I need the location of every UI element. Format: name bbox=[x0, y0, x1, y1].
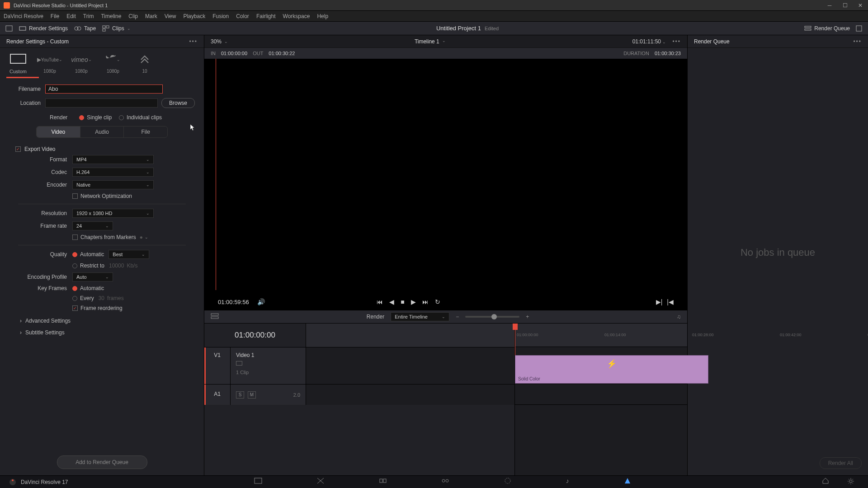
preset-more[interactable]: 10 bbox=[136, 53, 154, 74]
maximize-button[interactable]: ☐ bbox=[841, 1, 849, 9]
page-cut-icon[interactable] bbox=[312, 475, 329, 488]
minimize-button[interactable]: ─ bbox=[826, 1, 834, 9]
viewer-options-icon[interactable]: ••• bbox=[672, 38, 681, 45]
render-single-clip-radio[interactable]: Single clip bbox=[79, 114, 112, 121]
render-individual-clips-radio[interactable]: Individual clips bbox=[119, 114, 162, 121]
quality-automatic-radio[interactable]: Automatic bbox=[72, 251, 104, 258]
keyframes-every-radio[interactable]: Every bbox=[72, 295, 94, 301]
render-queue-toggle[interactable]: Render Queue bbox=[804, 25, 850, 32]
page-media-icon[interactable] bbox=[250, 475, 267, 488]
render-settings-toggle[interactable]: Render Settings bbox=[19, 25, 68, 32]
tab-video[interactable]: Video bbox=[37, 127, 80, 137]
chevron-down-icon: ⌄ bbox=[146, 211, 150, 216]
timeline-clip-solid-color[interactable]: ⚡ Solid Color bbox=[515, 355, 708, 384]
menu-edit[interactable]: Edit bbox=[66, 13, 76, 19]
keyframes-automatic-radio[interactable]: Automatic bbox=[72, 285, 104, 291]
render-all-button[interactable]: Render All bbox=[820, 457, 862, 469]
out-label: OUT bbox=[253, 51, 263, 56]
track-a1-selector[interactable]: A1 bbox=[204, 385, 231, 405]
go-to-end-button[interactable]: ▶| bbox=[656, 298, 663, 305]
add-to-render-queue-button[interactable]: Add to Render Queue bbox=[57, 455, 147, 469]
go-to-start-button[interactable]: |◀ bbox=[667, 298, 674, 305]
viewer-zoom-select[interactable]: 30%⌄ bbox=[211, 38, 228, 45]
location-input[interactable] bbox=[45, 99, 158, 108]
restrict-unit: Kb/s bbox=[127, 263, 137, 269]
encoding-profile-select[interactable]: Auto⌄ bbox=[72, 272, 113, 282]
page-fairlight-icon[interactable]: ♪ bbox=[561, 475, 574, 488]
codec-select[interactable]: H.264⌄ bbox=[72, 168, 154, 177]
preset-youtube[interactable]: ▶ YouTube ⌄ 1080p bbox=[41, 53, 59, 74]
filename-input[interactable] bbox=[45, 84, 163, 94]
menu-color[interactable]: Color bbox=[236, 13, 249, 19]
timeline-ruler[interactable]: 01:00:00:00 01:00:14:00 01:00:28:00 01:0… bbox=[515, 324, 687, 347]
speaker-icon[interactable]: 🔊 bbox=[257, 298, 265, 305]
frame-reordering-checkbox[interactable]: Frame reordering bbox=[72, 305, 123, 311]
encoder-select[interactable]: Native⌄ bbox=[72, 180, 154, 189]
browse-button[interactable]: Browse bbox=[161, 98, 195, 108]
prev-frame-button[interactable]: ◀ bbox=[389, 298, 394, 305]
page-color-icon[interactable] bbox=[499, 475, 516, 488]
menu-fairlight[interactable]: Fairlight bbox=[256, 13, 276, 19]
page-deliver-icon[interactable] bbox=[619, 475, 636, 488]
viewer-timecode[interactable]: 01:01:11:50 bbox=[632, 38, 661, 45]
stop-button[interactable]: ■ bbox=[401, 298, 404, 305]
format-select[interactable]: MP4⌄ bbox=[72, 155, 154, 164]
tab-audio[interactable]: Audio bbox=[80, 127, 124, 137]
track-v1-selector[interactable]: V1 bbox=[204, 347, 231, 384]
close-button[interactable]: ✕ bbox=[856, 1, 864, 9]
track-video1-toggle[interactable] bbox=[236, 361, 242, 366]
framerate-select[interactable]: 24⌄ bbox=[72, 221, 113, 230]
advanced-settings-expand[interactable]: ›Advanced Settings bbox=[9, 315, 195, 327]
menu-playback[interactable]: Playback bbox=[183, 13, 205, 19]
timeline-zoom-slider[interactable] bbox=[465, 316, 519, 318]
duration-label: DURATION bbox=[623, 51, 649, 56]
loop-button[interactable]: ↻ bbox=[435, 298, 440, 305]
viewer-playhead[interactable] bbox=[216, 59, 216, 290]
zoom-out-button[interactable]: − bbox=[456, 314, 459, 320]
menu-view[interactable]: View bbox=[165, 13, 176, 19]
menu-file[interactable]: File bbox=[51, 13, 59, 19]
render-scope-select[interactable]: Entire Timeline⌄ bbox=[391, 312, 449, 321]
quality-label: Quality bbox=[27, 251, 72, 258]
expand-icon[interactable] bbox=[855, 25, 863, 32]
menu-timeline[interactable]: Timeline bbox=[101, 13, 121, 19]
chapters-checkbox[interactable]: Chapters from Markers bbox=[72, 234, 136, 240]
render-queue-options-icon[interactable]: ••• bbox=[853, 38, 862, 45]
restrict-to-radio[interactable]: Restrict to bbox=[72, 263, 104, 269]
preset-custom[interactable]: Custom bbox=[9, 53, 27, 74]
timeline-view-options-icon[interactable] bbox=[211, 313, 219, 321]
quality-select[interactable]: Best⌄ bbox=[108, 250, 149, 259]
menu-help[interactable]: Help bbox=[317, 13, 328, 19]
play-button[interactable]: ▶ bbox=[411, 298, 416, 305]
menu-workspace[interactable]: Workspace bbox=[283, 13, 310, 19]
menu-clip[interactable]: Clip bbox=[128, 13, 138, 19]
next-frame-button[interactable]: ⏭ bbox=[422, 298, 429, 305]
chapters-color-icon[interactable]: ● bbox=[140, 234, 143, 240]
export-video-checkbox[interactable] bbox=[15, 146, 21, 152]
audio-mixer-icon[interactable]: ♫ bbox=[677, 314, 681, 320]
preset-twitter[interactable]: ⌄ 1080p bbox=[104, 53, 122, 74]
clips-toggle[interactable]: Clips⌄ bbox=[102, 25, 131, 32]
settings-gear-icon[interactable] bbox=[843, 475, 859, 488]
zoom-in-button[interactable]: + bbox=[526, 314, 529, 320]
track-a1-mute[interactable]: M bbox=[248, 391, 256, 399]
subtitle-settings-expand[interactable]: ›Subtitle Settings bbox=[9, 327, 195, 338]
deliver-page-icon[interactable] bbox=[5, 25, 13, 32]
preset-vimeo[interactable]: vimeo ⌄ 1080p bbox=[72, 53, 90, 74]
menu-davinci-resolve[interactable]: DaVinci Resolve bbox=[4, 13, 43, 19]
page-fusion-icon[interactable] bbox=[437, 475, 454, 488]
timeline-name[interactable]: Timeline 1 bbox=[415, 38, 439, 45]
tab-file[interactable]: File bbox=[124, 127, 167, 137]
first-frame-button[interactable]: ⏮ bbox=[377, 298, 383, 305]
menu-trim[interactable]: Trim bbox=[83, 13, 94, 19]
home-icon[interactable] bbox=[817, 475, 834, 488]
track-a1-solo[interactable]: S bbox=[236, 391, 244, 399]
panel-options-icon[interactable]: ••• bbox=[189, 38, 198, 45]
menu-mark[interactable]: Mark bbox=[145, 13, 157, 19]
menu-fusion[interactable]: Fusion bbox=[212, 13, 229, 19]
page-edit-icon[interactable] bbox=[374, 475, 392, 488]
network-optimization-checkbox[interactable]: Network Optimization bbox=[72, 193, 132, 199]
svg-rect-0 bbox=[6, 26, 12, 31]
resolution-select[interactable]: 868 x 488 HD⌄ bbox=[72, 209, 154, 218]
tape-toggle[interactable]: Tape bbox=[74, 25, 96, 32]
